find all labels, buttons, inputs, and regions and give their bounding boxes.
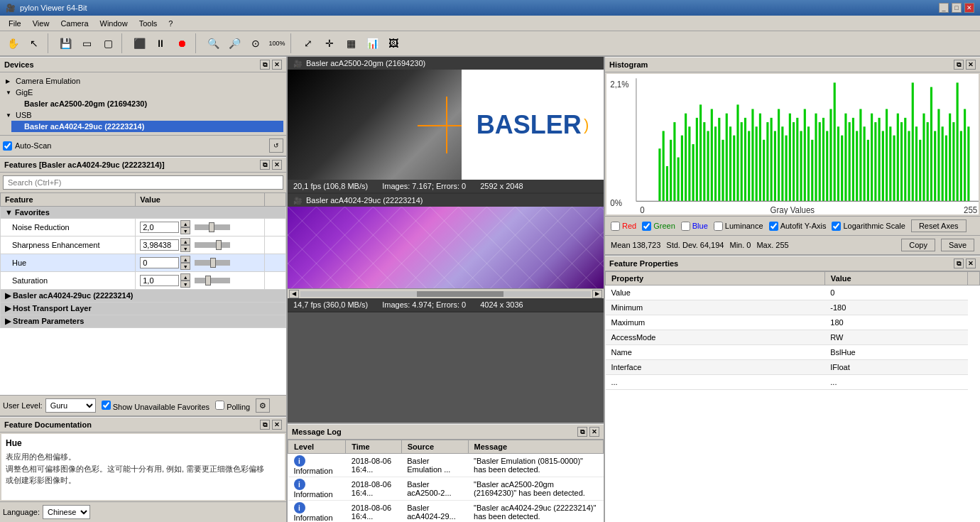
message-log-close-btn[interactable]: ✕ <box>589 427 599 437</box>
table-row[interactable]: ▶ Host Transport Layer <box>1 303 286 315</box>
spin-down[interactable]: ▼ <box>180 281 190 288</box>
table-row[interactable]: ▶ Stream Parameters <box>1 315 286 328</box>
polling-label[interactable]: Polling <box>215 401 250 411</box>
scan-button[interactable]: ↺ <box>269 138 283 153</box>
toolbar-save[interactable]: 💾 <box>55 33 75 53</box>
save-button[interactable]: Save <box>941 239 974 251</box>
slider-track[interactable] <box>195 242 230 248</box>
table-row[interactable]: Hue ▲ ▼ <box>1 254 286 272</box>
spin-up[interactable]: ▲ <box>180 256 190 263</box>
saturation-input[interactable] <box>140 275 179 286</box>
feature-doc-float-btn[interactable]: ⧉ <box>260 420 270 430</box>
polling-checkbox[interactable] <box>215 401 224 410</box>
user-level-select[interactable]: Beginner Expert Guru <box>45 398 96 413</box>
toolbar-histogram[interactable]: 📊 <box>362 33 382 53</box>
menu-help[interactable]: ? <box>163 18 178 29</box>
reset-axes-button[interactable]: Reset Axes <box>911 219 967 232</box>
menu-tools[interactable]: Tools <box>134 18 163 29</box>
feature-props-close-btn[interactable]: ✕ <box>966 259 976 268</box>
spin-down[interactable]: ▼ <box>180 245 190 252</box>
toolbar-crosshair[interactable]: ✛ <box>320 33 339 53</box>
features-config-btn[interactable]: ⚙ <box>256 398 270 413</box>
menu-file[interactable]: File <box>3 18 27 29</box>
spin-down[interactable]: ▼ <box>180 263 190 270</box>
toolbar-fullscreen[interactable]: ⤢ <box>298 33 318 53</box>
histogram-close-btn[interactable]: ✕ <box>966 60 976 70</box>
menu-view[interactable]: View <box>27 18 55 29</box>
toolbar-pointer[interactable]: ✋ <box>3 33 23 53</box>
devices-float-btn[interactable]: ⧉ <box>260 60 270 70</box>
table-row[interactable]: Noise Reduction ▲ ▼ <box>1 219 286 236</box>
feature-doc-close-btn[interactable]: ✕ <box>272 420 282 430</box>
toolbar-select[interactable]: ↖ <box>24 33 44 53</box>
tree-cam2[interactable]: Basler acA4024-29uc (22223214) <box>11 121 283 132</box>
slider-thumb[interactable] <box>216 240 222 250</box>
language-dropdown[interactable]: Chinese English German <box>43 505 90 519</box>
luminance-checkbox[interactable] <box>714 222 723 231</box>
toolbar-record[interactable]: ⏺ <box>172 33 192 53</box>
hue-input[interactable] <box>140 257 179 268</box>
table-row[interactable]: Sharpness Enhancement ▲ ▼ <box>1 236 286 254</box>
minimize-button[interactable]: _ <box>939 3 949 13</box>
toolbar-minimize-view[interactable]: ▭ <box>77 33 97 53</box>
toolbar-zoom-fit[interactable]: ⊙ <box>246 33 266 53</box>
search-input[interactable] <box>3 175 283 190</box>
table-row[interactable]: Saturation ▲ ▼ <box>1 272 286 290</box>
red-checkbox-label[interactable]: Red <box>611 222 636 231</box>
sharpness-input[interactable] <box>140 239 179 251</box>
slider-thumb[interactable] <box>210 258 216 268</box>
toolbar-pause[interactable]: ⏸ <box>151 33 170 53</box>
scroll-right-btn[interactable]: ▶ <box>592 290 602 298</box>
spin-down[interactable]: ▼ <box>180 227 190 234</box>
window-controls[interactable]: _ □ ✕ <box>939 3 974 13</box>
histogram-float-btn[interactable]: ⧉ <box>954 60 964 70</box>
toolbar-grid[interactable]: ▦ <box>341 33 361 53</box>
toolbar-zoom-out[interactable]: 🔎 <box>224 33 244 53</box>
scroll-thumb[interactable] <box>417 291 504 297</box>
tree-gige-group[interactable]: ▼ GigE <box>3 87 283 98</box>
green-checkbox[interactable] <box>642 222 651 231</box>
maximize-button[interactable]: □ <box>952 3 962 13</box>
green-checkbox-label[interactable]: Green <box>642 222 675 231</box>
features-close-btn[interactable]: ✕ <box>272 160 282 170</box>
blue-checkbox-label[interactable]: Blue <box>681 222 708 231</box>
menu-camera[interactable]: Camera <box>55 18 94 29</box>
tree-camera-emulation[interactable]: ▶ Camera Emulation <box>3 75 283 87</box>
log-scale-checkbox[interactable] <box>832 222 841 231</box>
noise-reduction-input[interactable] <box>140 222 179 233</box>
scroll-track[interactable] <box>300 291 591 297</box>
tree-usb-group[interactable]: ▼ USB <box>3 109 283 121</box>
devices-close-btn[interactable]: ✕ <box>272 60 282 70</box>
tree-cam1[interactable]: Basler acA2500-20gm (21694230) <box>11 98 283 109</box>
show-unavailable-checkbox[interactable] <box>102 401 111 410</box>
spin-up[interactable]: ▲ <box>180 220 190 227</box>
scroll-left-btn[interactable]: ◀ <box>289 290 299 298</box>
auto-scan-checkbox[interactable] <box>3 141 12 151</box>
slider-thumb[interactable] <box>209 222 214 232</box>
red-checkbox[interactable] <box>611 222 620 231</box>
log-scale-checkbox-label[interactable]: Logarithmic Scale <box>832 222 905 231</box>
feature-props-float-btn[interactable]: ⧉ <box>954 259 964 268</box>
autofit-checkbox-label[interactable]: Autofit Y-Axis <box>769 222 827 231</box>
autofit-checkbox[interactable] <box>769 222 778 231</box>
slider-track[interactable] <box>195 278 230 283</box>
table-row[interactable]: ▶ Basler acA4024-29uc (22223214) <box>1 290 286 303</box>
toolbar-stop[interactable]: ⬛ <box>129 33 149 53</box>
features-float-btn[interactable]: ⧉ <box>260 160 270 170</box>
table-row[interactable]: ▼ Favorites <box>1 207 286 219</box>
toolbar-image[interactable]: 🖼 <box>383 33 403 53</box>
toolbar-restore-view[interactable]: ▢ <box>98 33 118 53</box>
menu-window[interactable]: Window <box>94 18 134 29</box>
slider-track[interactable] <box>195 224 230 230</box>
spin-up[interactable]: ▲ <box>180 238 190 245</box>
message-log-float-btn[interactable]: ⧉ <box>577 427 587 437</box>
blue-checkbox[interactable] <box>681 222 690 231</box>
copy-button[interactable]: Copy <box>901 239 935 251</box>
toolbar-zoom-in[interactable]: 🔍 <box>203 33 223 53</box>
slider-track[interactable] <box>195 260 230 266</box>
luminance-checkbox-label[interactable]: Luminance <box>714 222 763 231</box>
toolbar-zoom-100[interactable]: 100% <box>267 33 287 53</box>
spin-up[interactable]: ▲ <box>180 273 190 281</box>
slider-thumb[interactable] <box>205 276 211 286</box>
close-button[interactable]: ✕ <box>964 3 974 13</box>
